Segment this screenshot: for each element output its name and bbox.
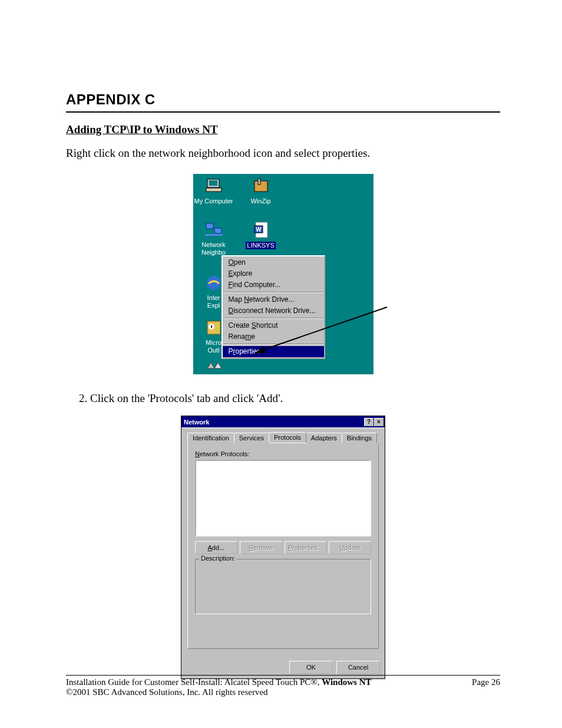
- svg-rect-5: [206, 223, 213, 229]
- winzip-icon: [251, 177, 271, 195]
- menu-item-map-drive[interactable]: Map Network Drive...: [223, 294, 324, 305]
- page-number: Page 26: [472, 677, 500, 687]
- properties-button: Properties...: [285, 541, 327, 554]
- menu-item-shortcut[interactable]: Create Shortcut: [223, 320, 324, 331]
- svg-rect-3: [254, 181, 267, 192]
- network-protocols-label: Network Protocols:: [195, 450, 371, 457]
- desktop-icon-winzip[interactable]: WinZip: [240, 177, 282, 205]
- menu-item-properties[interactable]: Properties: [223, 346, 324, 357]
- desktop-icon-label: WinZip: [240, 197, 282, 205]
- menu-separator: [223, 292, 323, 293]
- menu-item-find[interactable]: Find Computer...: [223, 279, 324, 291]
- desktop-icon-recycle[interactable]: [193, 360, 234, 374]
- tab-adapters[interactable]: Adapters: [306, 433, 342, 443]
- desktop-icon-network-neighborhood[interactable]: Network Neighbo: [193, 221, 234, 256]
- network-dialog: Network ? × Identification Services Prot…: [181, 416, 385, 679]
- desktop-icon-mycomputer[interactable]: My Computer: [193, 177, 234, 205]
- remove-button: Remove: [240, 541, 282, 554]
- desktop-icon-label: LINKSYS: [246, 242, 275, 249]
- ok-button[interactable]: OK: [289, 661, 333, 674]
- recycle-icon: [204, 360, 224, 374]
- close-button[interactable]: ×: [374, 418, 384, 426]
- menu-item-rename[interactable]: Rename: [223, 331, 324, 342]
- protocols-listbox[interactable]: [195, 460, 371, 536]
- tab-services[interactable]: Services: [234, 433, 269, 443]
- tab-page-protocols: Network Protocols: Add... Remove Propert…: [187, 443, 379, 649]
- desktop-icon-linksys[interactable]: W LINKSYS: [240, 221, 282, 249]
- desktop-area: My Computer WinZip Network Nei: [193, 174, 373, 374]
- svg-rect-1: [209, 180, 217, 186]
- menu-item-open[interactable]: Open: [223, 257, 324, 268]
- footer-rule: [66, 675, 500, 676]
- svg-rect-14: [211, 325, 212, 328]
- menu-separator: [223, 344, 323, 345]
- desktop-icon-label: My Computer: [193, 197, 234, 205]
- desktop-icon-label: Network Neighbo: [193, 241, 234, 256]
- menu-item-disconnect-drive[interactable]: Disconnect Network Drive...: [223, 305, 324, 317]
- dialog-titlebar[interactable]: Network ? ×: [181, 416, 385, 427]
- step-2-text: 2. Click on the 'Protocols' tab and clic…: [79, 392, 500, 405]
- dialog-title: Network: [184, 419, 209, 426]
- context-menu: Open Explore Find Computer... Map Networ…: [222, 255, 325, 359]
- menu-separator: [223, 318, 323, 319]
- cancel-button[interactable]: Cancel: [336, 661, 380, 674]
- svg-rect-7: [205, 234, 223, 236]
- intro-text: Right click on the network neighborhood …: [66, 147, 500, 160]
- svg-rect-2: [206, 188, 222, 192]
- footer-copyright: ©2001 SBC Advanced Solutions, Inc. All r…: [66, 687, 500, 697]
- svg-rect-4: [258, 179, 260, 185]
- tab-strip: Identification Services Protocols Adapte…: [187, 432, 379, 443]
- outlook-icon: [204, 319, 224, 337]
- help-button[interactable]: ?: [364, 418, 373, 426]
- computer-icon: [204, 177, 224, 195]
- word-doc-icon: W: [251, 221, 271, 239]
- heading-rule: [66, 111, 500, 113]
- svg-rect-6: [214, 228, 222, 233]
- description-label: Description:: [199, 555, 237, 562]
- footer-title: Installation Guide for Customer Self-Ins…: [66, 677, 372, 687]
- network-icon: [204, 221, 224, 239]
- appendix-heading: APPENDIX C: [66, 91, 500, 108]
- svg-text:W: W: [256, 226, 262, 233]
- section-title: Adding TCP\IP to Windows NT: [66, 123, 500, 136]
- update-button: Update: [329, 541, 371, 554]
- description-groupbox: Description:: [195, 559, 371, 614]
- tab-bindings[interactable]: Bindings: [342, 433, 377, 443]
- add-button[interactable]: Add...: [195, 541, 237, 554]
- ie-icon: [204, 274, 224, 292]
- tab-identification[interactable]: Identification: [187, 433, 234, 443]
- menu-item-explore[interactable]: Explore: [223, 268, 324, 279]
- page-footer: Installation Guide for Customer Self-Ins…: [66, 675, 500, 697]
- tab-protocols[interactable]: Protocols: [269, 432, 306, 443]
- screenshot-desktop: My Computer WinZip Network Nei: [193, 174, 373, 374]
